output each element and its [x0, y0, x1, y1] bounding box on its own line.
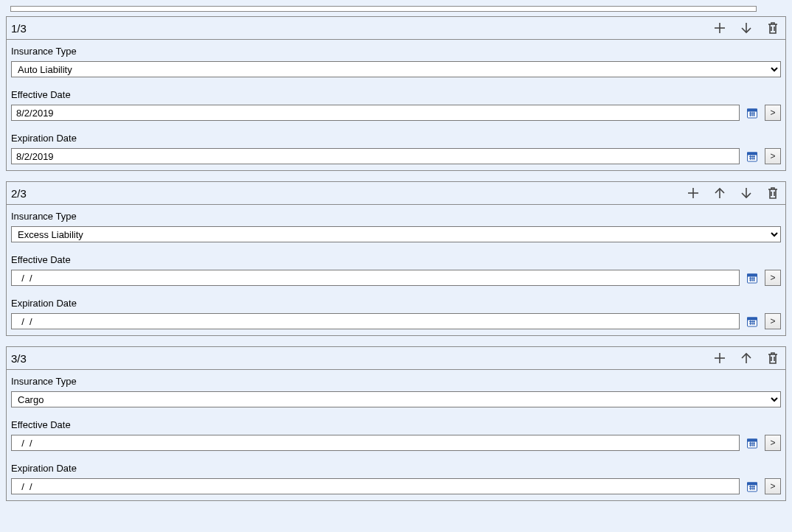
expiration-date-input[interactable]: [11, 148, 740, 164]
add-record-button[interactable]: [713, 21, 726, 35]
insurance-record: 1/3Insurance TypeAuto LiabilityExcess Li…: [6, 16, 786, 171]
insurance-record: 3/3Insurance TypeAuto LiabilityExcess Li…: [6, 346, 786, 501]
expiration-date-label: Expiration Date: [11, 463, 781, 474]
record-header: 3/3: [7, 347, 785, 370]
insurance-type-label: Insurance Type: [11, 46, 781, 57]
effective-date-label: Effective Date: [11, 254, 781, 265]
date-next-button[interactable]: >: [765, 105, 781, 121]
insurance-type-select[interactable]: Auto LiabilityExcess LiabilityCargo: [11, 226, 781, 242]
expiration-date-input[interactable]: [11, 313, 740, 329]
effective-date-input[interactable]: [11, 105, 740, 121]
calendar-icon[interactable]: [746, 271, 759, 284]
add-record-button[interactable]: [687, 186, 700, 200]
date-next-button[interactable]: >: [765, 435, 781, 451]
calendar-icon[interactable]: [746, 150, 759, 163]
expiration-date-label: Expiration Date: [11, 133, 781, 144]
delete-record-button[interactable]: [766, 21, 779, 35]
effective-date-label: Effective Date: [11, 89, 781, 100]
record-actions: [713, 351, 779, 365]
calendar-icon[interactable]: [746, 436, 759, 449]
date-next-button[interactable]: >: [765, 313, 781, 329]
move-up-button[interactable]: [713, 186, 726, 200]
date-next-button[interactable]: >: [765, 270, 781, 286]
truncated-top-bar: [10, 6, 757, 12]
effective-date-input[interactable]: [11, 435, 740, 451]
insurance-type-select[interactable]: Auto LiabilityExcess LiabilityCargo: [11, 391, 781, 407]
record-counter: 1/3: [11, 22, 27, 35]
record-header: 2/3: [7, 182, 785, 205]
effective-date-label: Effective Date: [11, 419, 781, 430]
move-down-button[interactable]: [740, 21, 753, 35]
date-next-button[interactable]: >: [765, 148, 781, 164]
add-record-button[interactable]: [713, 351, 726, 365]
insurance-record: 2/3Insurance TypeAuto LiabilityExcess Li…: [6, 181, 786, 336]
calendar-icon[interactable]: [746, 315, 759, 328]
calendar-icon[interactable]: [746, 106, 759, 119]
expiration-date-input[interactable]: [11, 478, 740, 494]
delete-record-button[interactable]: [766, 186, 779, 200]
insurance-type-label: Insurance Type: [11, 211, 781, 222]
record-counter: 3/3: [11, 352, 27, 365]
delete-record-button[interactable]: [766, 351, 779, 365]
record-counter: 2/3: [11, 187, 27, 200]
date-next-button[interactable]: >: [765, 478, 781, 494]
insurance-type-select[interactable]: Auto LiabilityExcess LiabilityCargo: [11, 61, 781, 77]
record-header: 1/3: [7, 17, 785, 40]
insurance-type-label: Insurance Type: [11, 376, 781, 387]
effective-date-input[interactable]: [11, 270, 740, 286]
record-actions: [687, 186, 779, 200]
record-actions: [713, 21, 779, 35]
move-up-button[interactable]: [740, 351, 753, 365]
calendar-icon[interactable]: [746, 480, 759, 493]
move-down-button[interactable]: [740, 186, 753, 200]
expiration-date-label: Expiration Date: [11, 298, 781, 309]
